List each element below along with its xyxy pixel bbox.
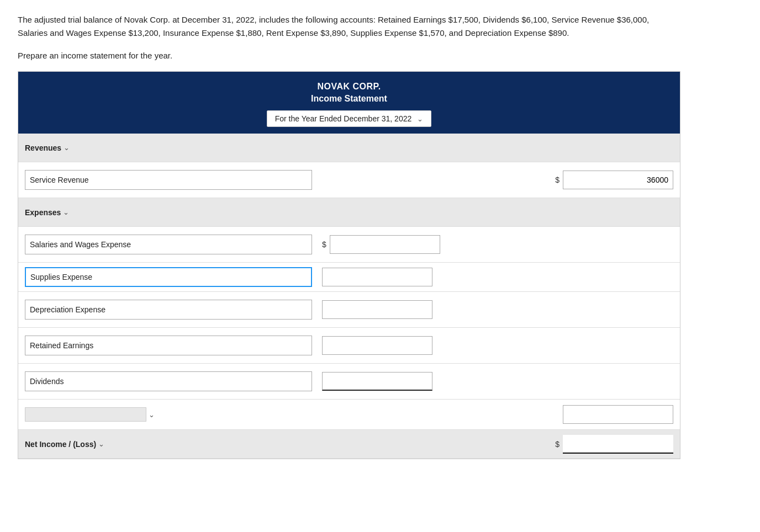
revenues-chevron-icon[interactable]: ⌄ bbox=[64, 143, 70, 152]
service-revenue-right: $ bbox=[473, 166, 680, 194]
dividends-label-cell: Dividends bbox=[18, 364, 319, 399]
dividends-label-box: Dividends bbox=[25, 371, 312, 391]
expenses-chevron-icon[interactable]: ⌄ bbox=[63, 208, 69, 216]
net-income-mid bbox=[316, 440, 471, 449]
service-revenue-dollar: $ bbox=[555, 175, 560, 184]
depreciation-row: Depreciation Expense bbox=[18, 292, 680, 328]
total-expenses-select[interactable]: Total Expenses bbox=[25, 407, 146, 422]
retained-earnings-mid bbox=[319, 332, 473, 359]
salaries-label-cell: Salaries and Wages Expense bbox=[18, 227, 319, 262]
retained-earnings-right bbox=[473, 341, 680, 350]
prepare-text: Prepare an income statement for the year… bbox=[18, 51, 742, 60]
dividends-right bbox=[473, 377, 680, 386]
net-income-right: $ bbox=[471, 430, 680, 458]
supplies-label-box[interactable]: Supplies Expense bbox=[25, 267, 312, 287]
total-expenses-mid bbox=[316, 410, 471, 419]
net-income-dollar: $ bbox=[555, 440, 560, 449]
salaries-dollar: $ bbox=[322, 240, 326, 249]
statement-container: NOVAK CORP. Income Statement For the Yea… bbox=[18, 71, 680, 459]
revenues-mid-col bbox=[316, 143, 471, 152]
net-income-label-cell: Net Income / (Loss) ⌄ bbox=[18, 435, 316, 453]
salaries-mid: $ bbox=[319, 231, 473, 258]
date-selector[interactable]: For the Year Ended December 31, 2022 ⌄ bbox=[267, 110, 432, 127]
date-chevron-icon: ⌄ bbox=[417, 115, 423, 123]
date-label: For the Year Ended December 31, 2022 bbox=[275, 114, 412, 123]
depreciation-label-cell: Depreciation Expense bbox=[18, 292, 319, 327]
retained-earnings-label-cell: Retained Earnings bbox=[18, 328, 319, 363]
total-expenses-row: Total Expenses ⌄ bbox=[18, 400, 680, 430]
net-income-label: Net Income / (Loss) bbox=[25, 440, 96, 449]
supplies-label-cell: Supplies Expense bbox=[18, 263, 319, 291]
dividends-label: Dividends bbox=[30, 377, 64, 386]
net-income-chevron-icon[interactable]: ⌄ bbox=[98, 440, 104, 448]
service-revenue-label-box: Service Revenue bbox=[25, 170, 312, 190]
expenses-row: Expenses ⌄ bbox=[18, 198, 680, 227]
revenues-row: Revenues ⌄ bbox=[18, 134, 680, 162]
service-revenue-mid bbox=[319, 175, 473, 184]
depreciation-label-box: Depreciation Expense bbox=[25, 300, 312, 320]
expenses-label-cell: Expenses ⌄ bbox=[18, 204, 316, 221]
revenues-label: Revenues bbox=[25, 143, 61, 152]
depreciation-input[interactable] bbox=[322, 300, 432, 319]
total-expenses-right bbox=[471, 401, 680, 428]
retained-earnings-label-box: Retained Earnings bbox=[25, 336, 312, 355]
statement-title: Income Statement bbox=[25, 94, 673, 104]
total-expenses-chevron-icon: ⌄ bbox=[149, 411, 155, 419]
salaries-label: Salaries and Wages Expense bbox=[30, 240, 131, 249]
service-revenue-row: Service Revenue $ bbox=[18, 162, 680, 198]
net-income-row: Net Income / (Loss) ⌄ $ bbox=[18, 430, 680, 459]
salaries-input[interactable] bbox=[330, 235, 440, 254]
statement-header: NOVAK CORP. Income Statement For the Yea… bbox=[18, 72, 680, 134]
retained-earnings-row: Retained Earnings bbox=[18, 328, 680, 364]
total-expenses-input[interactable] bbox=[563, 405, 673, 424]
salaries-label-box: Salaries and Wages Expense bbox=[25, 235, 312, 254]
intro-text: The adjusted trial balance of Novak Corp… bbox=[18, 13, 680, 40]
dividends-mid bbox=[319, 368, 473, 395]
total-expenses-label-cell: Total Expenses ⌄ bbox=[18, 400, 316, 429]
supplies-mid bbox=[319, 263, 473, 291]
revenues-label-cell: Revenues ⌄ bbox=[18, 139, 316, 157]
dividends-input[interactable] bbox=[322, 372, 432, 391]
salaries-row: Salaries and Wages Expense $ bbox=[18, 227, 680, 263]
expenses-mid-col bbox=[316, 208, 471, 217]
net-income-input[interactable] bbox=[563, 435, 673, 454]
dividends-row: Dividends bbox=[18, 364, 680, 400]
supplies-label: Supplies Expense bbox=[30, 273, 92, 281]
expenses-label: Expenses bbox=[25, 208, 61, 217]
service-revenue-input[interactable] bbox=[563, 171, 673, 189]
depreciation-right bbox=[473, 305, 680, 314]
service-revenue-label-cell: Service Revenue bbox=[18, 162, 319, 198]
expenses-right-col bbox=[471, 208, 680, 217]
supplies-input[interactable] bbox=[322, 268, 432, 286]
salaries-right bbox=[473, 240, 680, 249]
retained-earnings-input[interactable] bbox=[322, 336, 432, 355]
supplies-right bbox=[473, 273, 680, 281]
retained-earnings-label: Retained Earnings bbox=[30, 341, 93, 350]
depreciation-label: Depreciation Expense bbox=[30, 305, 105, 314]
service-revenue-label: Service Revenue bbox=[30, 175, 89, 184]
depreciation-mid bbox=[319, 296, 473, 323]
revenues-right-col bbox=[471, 143, 680, 152]
supplies-row: Supplies Expense bbox=[18, 263, 680, 292]
company-name: NOVAK CORP. bbox=[25, 82, 673, 92]
